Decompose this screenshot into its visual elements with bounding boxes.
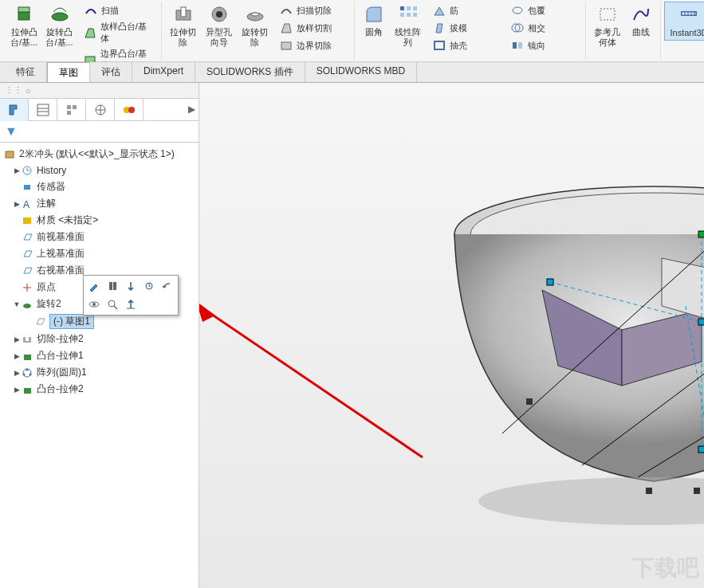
shell-button[interactable]: 抽壳 bbox=[429, 37, 501, 54]
feature-tree-tab[interactable] bbox=[0, 99, 29, 121]
shell-icon bbox=[432, 38, 446, 53]
rollback-button[interactable] bbox=[141, 278, 157, 294]
svg-rect-12 bbox=[407, 6, 411, 10]
tree-circ-pattern1[interactable]: ▶阵列(圆周)1 bbox=[0, 364, 199, 381]
extrude-boss-icon bbox=[13, 3, 35, 25]
cut-extrude-icon bbox=[21, 333, 35, 346]
instant3d-button[interactable]: Instant3D bbox=[664, 2, 704, 41]
caret-icon: ▶ bbox=[13, 352, 21, 360]
revolve-boss-button[interactable]: 旋转凸 台/基... bbox=[41, 2, 77, 49]
cut-group: 拉伸切 除 异型孔 向导 旋转切 除 扫描切除 放样切割 边界切除 bbox=[162, 2, 355, 60]
feature-tree-panel: ⋮⋮ ○ ▶ ▼ 2米冲头 (默认<<默认>_显示状态 1>) ▶History… bbox=[0, 83, 199, 588]
svg-rect-68 bbox=[109, 282, 112, 290]
history-icon bbox=[21, 164, 35, 177]
boundary-cut-button[interactable]: 边界切除 bbox=[276, 37, 348, 54]
tree-front-plane[interactable]: 前视基准面 bbox=[0, 229, 199, 245]
extrude-cut-button[interactable]: 拉伸切 除 bbox=[165, 2, 201, 49]
circ-pattern-icon bbox=[21, 367, 35, 379]
tab-feature[interactable]: 特征 bbox=[0, 62, 47, 82]
edit-feature-button[interactable] bbox=[104, 278, 120, 294]
model-viewport[interactable]: 下载吧 bbox=[199, 83, 704, 588]
ref-geom-button[interactable]: 参考几 何体 bbox=[589, 2, 625, 49]
tree-boss-extrude1[interactable]: ▶凸台-拉伸1 bbox=[0, 347, 199, 364]
dimxpert-tab[interactable] bbox=[86, 99, 115, 121]
svg-point-47 bbox=[29, 373, 32, 375]
svg-rect-28 bbox=[67, 105, 71, 109]
linear-pattern-icon bbox=[397, 3, 419, 25]
svg-rect-40 bbox=[23, 218, 31, 224]
tree-annotations[interactable]: ▶A注解 bbox=[0, 195, 199, 212]
undo-button[interactable] bbox=[159, 278, 175, 294]
draft-button[interactable]: 拔模 bbox=[429, 19, 501, 37]
boss-extrude-icon bbox=[21, 350, 35, 363]
features-group: 拉伸凸 台/基... 旋转凸 台/基... 扫描 放样凸台/基体 边界凸台/基体 bbox=[3, 2, 162, 60]
content-area: ⋮⋮ ○ ▶ ▼ 2米冲头 (默认<<默认>_显示状态 1>) ▶History… bbox=[0, 83, 704, 588]
sweep-icon bbox=[84, 3, 98, 18]
wrap-button[interactable]: 包覆 bbox=[507, 2, 579, 19]
mirror-button[interactable]: 镜向 bbox=[507, 37, 579, 54]
caret-icon: ▶ bbox=[13, 369, 21, 377]
tab-sketch[interactable]: 草图 bbox=[47, 62, 90, 82]
command-tabs: 特征 草图 评估 DimXpert SOLIDWORKS 插件 SOLIDWOR… bbox=[0, 62, 704, 83]
caret-icon: ▶ bbox=[13, 386, 21, 394]
svg-rect-16 bbox=[413, 13, 417, 17]
svg-rect-65 bbox=[694, 488, 700, 494]
loft-icon bbox=[84, 25, 97, 40]
revolve-boss-icon bbox=[49, 3, 71, 25]
extrude-boss-button[interactable]: 拉伸凸 台/基... bbox=[6, 2, 41, 49]
filter-icon[interactable]: ▼ bbox=[5, 124, 18, 138]
normal-to-button[interactable] bbox=[123, 296, 139, 312]
tree-material[interactable]: 材质 <未指定> bbox=[0, 212, 199, 229]
svg-text:A: A bbox=[23, 199, 29, 210]
boundary-cut-icon bbox=[279, 38, 293, 53]
boss-extrude-icon bbox=[21, 383, 35, 396]
intersect-button[interactable]: 相交 bbox=[507, 19, 579, 37]
sidebar-grip-icon: ⋮⋮ bbox=[5, 85, 22, 96]
loft-cut-icon bbox=[279, 21, 293, 35]
sweep-cut-button[interactable]: 扫描切除 bbox=[276, 2, 348, 19]
property-tab[interactable] bbox=[29, 99, 57, 121]
tab-sw-mbd[interactable]: SOLIDWORKS MBD bbox=[305, 62, 417, 82]
svg-point-52 bbox=[478, 477, 704, 525]
revolve-cut-button[interactable]: 旋转切 除 bbox=[237, 2, 273, 49]
svg-rect-1 bbox=[18, 7, 29, 12]
fillet-button[interactable]: 圆角 bbox=[358, 2, 390, 39]
tab-dimxpert[interactable]: DimXpert bbox=[132, 62, 195, 82]
svg-rect-23 bbox=[600, 9, 615, 20]
hole-wizard-button[interactable]: 异型孔 向导 bbox=[201, 2, 237, 49]
config-tab[interactable] bbox=[57, 99, 86, 121]
tree-history[interactable]: ▶History bbox=[0, 163, 199, 178]
rib-draft-shell-stack: 筋 拔模 抽壳 bbox=[426, 2, 504, 54]
display-tab[interactable] bbox=[115, 99, 144, 121]
loft-cut-button[interactable]: 放样切割 bbox=[276, 19, 348, 37]
tree-top-plane[interactable]: 上视基准面 bbox=[0, 245, 199, 262]
tree-filter-row: ▼ bbox=[0, 121, 199, 143]
zoom-fit-button[interactable] bbox=[86, 296, 102, 312]
modify-group: 圆角 线性阵 列 筋 拔模 抽壳 包覆 相交 镜向 bbox=[355, 2, 586, 60]
rib-button[interactable]: 筋 bbox=[429, 2, 501, 19]
draft-icon bbox=[432, 21, 446, 35]
tree-root[interactable]: 2米冲头 (默认<<默认>_显示状态 1>) bbox=[0, 146, 199, 163]
curves-button[interactable]: 曲线 bbox=[625, 2, 657, 39]
suppress-button[interactable] bbox=[123, 278, 139, 294]
collapse-arrow-icon[interactable]: ▶ bbox=[188, 104, 195, 115]
sweep-button[interactable]: 扫描 bbox=[81, 2, 155, 19]
linear-pattern-button[interactable]: 线性阵 列 bbox=[390, 2, 426, 49]
tree-sensors[interactable]: 传感器 bbox=[0, 178, 199, 195]
tree-cut-extrude2[interactable]: ▶切除-拉伸2 bbox=[0, 331, 199, 347]
svg-rect-15 bbox=[407, 13, 411, 17]
svg-rect-62 bbox=[547, 279, 553, 285]
sketch-icon bbox=[33, 316, 48, 328]
edit-sketch-button[interactable] bbox=[86, 278, 102, 294]
loft-button[interactable]: 放样凸台/基体 bbox=[81, 19, 155, 46]
tab-sw-addins[interactable]: SOLIDWORKS 插件 bbox=[195, 62, 305, 82]
tab-evaluate[interactable]: 评估 bbox=[90, 62, 132, 82]
svg-point-73 bbox=[108, 300, 115, 307]
svg-point-35 bbox=[128, 107, 135, 113]
zoom-button[interactable] bbox=[104, 296, 120, 312]
origin-icon bbox=[21, 281, 35, 294]
svg-rect-38 bbox=[24, 185, 30, 190]
svg-rect-63 bbox=[526, 398, 533, 405]
svg-rect-13 bbox=[413, 6, 417, 10]
tree-boss-extrude2[interactable]: ▶凸台-拉伸2 bbox=[0, 381, 199, 398]
